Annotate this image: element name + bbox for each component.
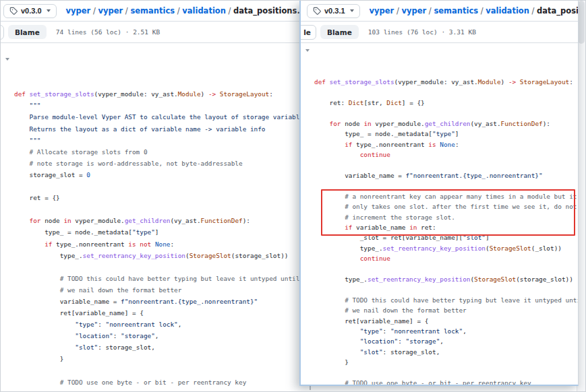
code-line: if type_.nonreentrant is None: xyxy=(314,139,578,150)
chevron-down-icon xyxy=(350,9,354,12)
code-line: for node in vyper_module.get_children(vy… xyxy=(314,119,578,129)
code-line: # a nonreentrant key can appear many tim… xyxy=(314,191,578,201)
code-line: # we nail down the format better xyxy=(314,305,578,315)
code-line: _slot = ret[variable_name]["slot"] xyxy=(314,232,578,242)
code-line: continue xyxy=(314,253,578,263)
code-line: # TODO use one byte - or bit - per reent… xyxy=(314,378,578,386)
code-line: "location": "storage", xyxy=(314,336,578,346)
code-line xyxy=(314,108,578,118)
file-meta: 103 lines (76 loc) · 3.31 KB xyxy=(368,28,476,36)
breadcrumb-link[interactable]: semantics xyxy=(130,6,175,15)
ref-selector-label: v0.3.0 xyxy=(21,7,42,15)
code-block: def set_storage_slots(vyper_module: vy_a… xyxy=(301,43,578,386)
breadcrumb-separator: / xyxy=(394,6,401,15)
breadcrumb: vyper / vyper / semantics / validation /… xyxy=(370,6,579,15)
code-line: ret[variable_name] = { xyxy=(314,316,578,326)
screenshot-frame: v0.3.0 vyper / vyper / semantics / valid… xyxy=(0,0,586,392)
breadcrumb-link[interactable]: semantics xyxy=(434,6,478,15)
breadcrumb-link[interactable]: validation xyxy=(486,6,529,15)
tag-icon xyxy=(9,7,18,15)
code-line: # increment the storage slot. xyxy=(314,212,578,222)
tab-blame[interactable]: Blame xyxy=(320,25,359,39)
file-header: v0.3.1 vyper / vyper / semantics / valid… xyxy=(301,1,578,22)
code-line: type_ = node._metadata["type"] xyxy=(314,129,578,139)
breadcrumb-separator: / xyxy=(90,6,98,15)
collapse-caret-icon[interactable] xyxy=(305,49,310,52)
breadcrumb-link[interactable]: validation xyxy=(182,6,226,15)
file-meta: 74 lines (56 loc) · 2.51 KB xyxy=(56,28,160,36)
code-line: variable_name = f"nonreentrant.{type_.no… xyxy=(314,170,578,181)
code-line xyxy=(314,181,578,191)
file-view-v0-3-1: v0.3.1 vyper / vyper / semantics / valid… xyxy=(299,1,579,386)
breadcrumb-separator: / xyxy=(478,6,486,15)
breadcrumb-separator: / xyxy=(175,6,182,15)
page-scrollbar-thumb[interactable] xyxy=(578,1,585,44)
code-line: type_.set_reentrancy_key_position(Storag… xyxy=(314,274,578,284)
code-line: ret: Dict[str, Dict] = {} xyxy=(314,98,578,108)
code-line: if variable_name in ret: xyxy=(314,222,578,232)
code-line xyxy=(314,160,578,170)
ref-selector-label: v0.3.1 xyxy=(324,7,345,15)
breadcrumb-filename: data_positions.py xyxy=(537,6,579,15)
tab-file[interactable] xyxy=(1,25,4,40)
tab-file[interactable]: le xyxy=(301,25,316,40)
breadcrumb-separator: / xyxy=(426,6,434,15)
breadcrumb-link[interactable]: vyper xyxy=(98,6,123,15)
code-line: "slot": storage_slot, xyxy=(314,347,578,357)
ref-selector-button[interactable]: v0.3.0 xyxy=(3,4,57,18)
breadcrumb-separator: / xyxy=(226,6,233,15)
tag-icon xyxy=(313,7,321,15)
tab-blame[interactable]: Blame xyxy=(8,25,47,39)
code-line: # TODO this could have better typing but… xyxy=(314,295,578,305)
breadcrumb-link[interactable]: vyper xyxy=(401,6,426,15)
breadcrumb: vyper / vyper / semantics / validation /… xyxy=(66,6,311,15)
code-line: # requires either an extra SLOAD or cach… xyxy=(14,388,586,392)
code-line: continue xyxy=(314,150,578,160)
code-line xyxy=(314,368,578,378)
code-line xyxy=(314,88,578,98)
code-line xyxy=(314,284,578,294)
scrollbar-remnant xyxy=(310,386,311,390)
code-line: } xyxy=(314,357,578,367)
breadcrumb-link[interactable]: vyper xyxy=(66,6,91,15)
code-line xyxy=(314,264,578,274)
chevron-down-icon xyxy=(47,9,51,12)
code-line: "type": "nonreentrant lock", xyxy=(314,326,578,336)
ref-selector-button[interactable]: v0.3.1 xyxy=(307,4,360,18)
collapse-caret-icon[interactable] xyxy=(5,58,9,61)
breadcrumb-link[interactable]: vyper xyxy=(370,6,394,15)
breadcrumb-separator: / xyxy=(123,6,130,15)
code-line: # only takes one slot. after the first t… xyxy=(314,201,578,211)
breadcrumb-separator: / xyxy=(529,6,537,15)
code-line: def set_storage_slots(vyper_module: vy_a… xyxy=(314,77,578,87)
file-toolbar: le Blame 103 lines (76 loc) · 3.31 KB xyxy=(301,22,578,43)
code-line: type_.set_reentrancy_key_position(Storag… xyxy=(314,243,578,253)
